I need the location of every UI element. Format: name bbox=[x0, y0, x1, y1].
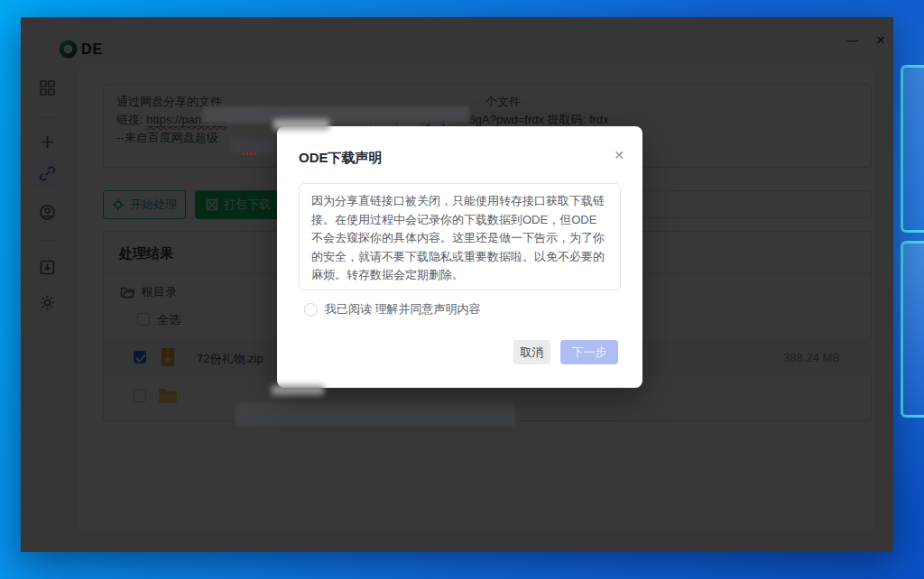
spellcheck-squiggle bbox=[243, 152, 257, 155]
statement-text-box: 因为分享直链接口被关闭，只能使用转存接口获取下载链接。在使用过程中会记录你的下载… bbox=[299, 183, 621, 290]
wallpaper-logo-pane bbox=[901, 241, 924, 418]
dialog-title: ODE下载声明 bbox=[299, 150, 383, 167]
agree-radio-row[interactable]: 我已阅读 理解并同意声明内容 bbox=[304, 301, 481, 317]
cancel-button[interactable]: 取消 bbox=[513, 340, 550, 364]
redacted-smudge bbox=[273, 119, 329, 130]
dialog-close-icon[interactable]: ✕ bbox=[614, 148, 624, 162]
download-statement-dialog: ODE下载声明 ✕ 因为分享直链接口被关闭，只能使用转存接口获取下载链接。在使用… bbox=[277, 126, 642, 388]
agree-label: 我已阅读 理解并同意声明内容 bbox=[325, 301, 481, 317]
next-step-button[interactable]: 下一步 bbox=[560, 340, 618, 364]
redacted-filename-block bbox=[236, 403, 515, 426]
wallpaper-logo-pane bbox=[901, 65, 924, 233]
desktop-wallpaper: DE — ✕ bbox=[0, 0, 924, 579]
redacted-smudge bbox=[272, 385, 324, 395]
agree-radio[interactable] bbox=[304, 303, 318, 317]
redacted-text-block bbox=[203, 106, 470, 124]
